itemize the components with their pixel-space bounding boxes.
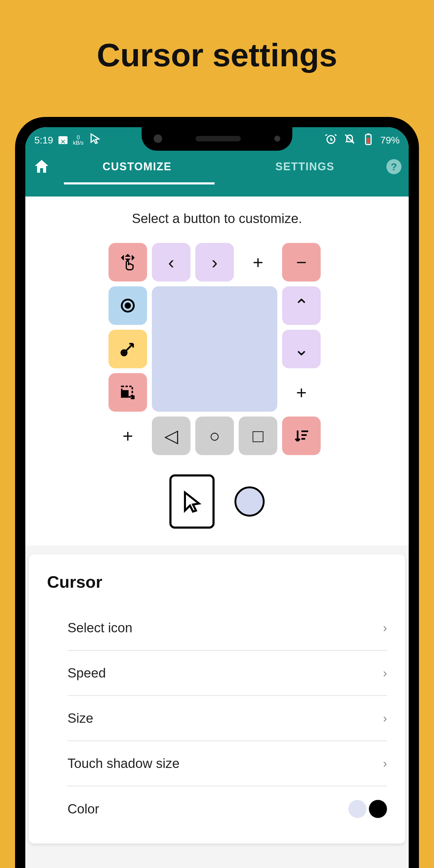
add-button[interactable]: + <box>108 416 147 455</box>
network-speed: 0 kB/s <box>73 135 84 146</box>
kbs-unit: kB/s <box>73 140 84 146</box>
row-label: Speed <box>67 665 106 681</box>
row-label: Color <box>67 801 99 816</box>
status-time: 5:19 <box>34 135 53 146</box>
chevron-right-icon: › <box>383 621 387 635</box>
alarm-icon <box>324 132 338 148</box>
drag-button[interactable] <box>108 330 147 368</box>
color-swatches <box>348 800 387 818</box>
cursor-icon <box>89 132 102 148</box>
phone-notch <box>142 127 292 151</box>
phone-frame: 5:19 0 kB/s <box>15 117 419 868</box>
row-speed[interactable]: Speed › <box>67 651 387 696</box>
sort-button[interactable] <box>282 416 321 455</box>
forward-button[interactable]: › <box>195 243 234 281</box>
battery-percent: 79% <box>380 135 400 146</box>
page-heading: Cursor settings <box>0 36 434 74</box>
notch-dot <box>274 135 280 142</box>
svg-rect-3 <box>367 133 369 135</box>
button-grid: ‹ › + − <box>108 243 326 460</box>
add-button[interactable]: + <box>239 243 277 281</box>
nav-recent-button[interactable]: □ <box>239 416 277 455</box>
home-button[interactable] <box>33 158 51 176</box>
tab-underline <box>64 182 215 184</box>
row-label: Touch shadow size <box>67 756 180 771</box>
kbs-value: 0 <box>77 135 80 140</box>
add-button[interactable]: + <box>282 373 321 412</box>
instruction-text: Select a button to customize. <box>132 211 302 226</box>
phone-screen: 5:19 0 kB/s <box>25 127 409 868</box>
cursor-preview[interactable] <box>169 474 215 529</box>
chevron-right-icon: › <box>383 712 387 725</box>
chevron-right-icon: › <box>383 666 387 680</box>
battery-icon <box>362 132 375 148</box>
phone-side-button <box>416 409 419 506</box>
chevron-right-icon: › <box>383 757 387 770</box>
row-size[interactable]: Size › <box>67 696 387 741</box>
help-button[interactable]: ? <box>386 159 401 174</box>
down-button[interactable]: ⌄ <box>282 330 321 368</box>
phone-side-button <box>416 316 419 367</box>
app-header: 5:19 0 kB/s <box>25 127 409 196</box>
nav-back-button[interactable]: ◁ <box>152 416 190 455</box>
svg-point-7 <box>123 352 125 354</box>
svg-rect-2 <box>367 138 370 143</box>
tab-customize[interactable]: CUSTOMIZE <box>102 160 172 173</box>
gesture-button[interactable] <box>108 243 147 281</box>
row-label: Size <box>67 711 93 726</box>
nav-home-button[interactable]: ○ <box>195 416 234 455</box>
row-color[interactable]: Color <box>67 786 387 832</box>
up-button[interactable]: ⌃ <box>282 286 321 325</box>
trackpad-area[interactable] <box>152 286 277 412</box>
touch-preview[interactable] <box>235 487 265 517</box>
color-swatch-light[interactable] <box>348 800 367 818</box>
cursor-card: Cursor Select icon › Speed › Size › Touc… <box>29 555 405 844</box>
notch-dot <box>154 134 162 143</box>
minus-button[interactable]: − <box>282 243 321 281</box>
row-label: Select icon <box>67 620 132 635</box>
tab-settings[interactable]: SETTINGS <box>276 160 335 173</box>
customize-panel: Select a button to customize. ‹ › + − <box>25 196 409 546</box>
selection-button[interactable] <box>108 373 147 412</box>
svg-point-5 <box>126 304 130 308</box>
do-not-disturb-icon <box>343 132 356 148</box>
row-select-icon[interactable]: Select icon › <box>67 606 387 651</box>
svg-rect-9 <box>122 391 128 397</box>
row-touch-shadow[interactable]: Touch shadow size › <box>67 741 387 786</box>
target-button[interactable] <box>108 286 147 325</box>
picture-icon <box>59 136 67 144</box>
card-title: Cursor <box>47 572 387 592</box>
color-swatch-dark[interactable] <box>369 800 387 818</box>
back-button[interactable]: ‹ <box>152 243 190 281</box>
notch-speaker <box>195 136 241 141</box>
